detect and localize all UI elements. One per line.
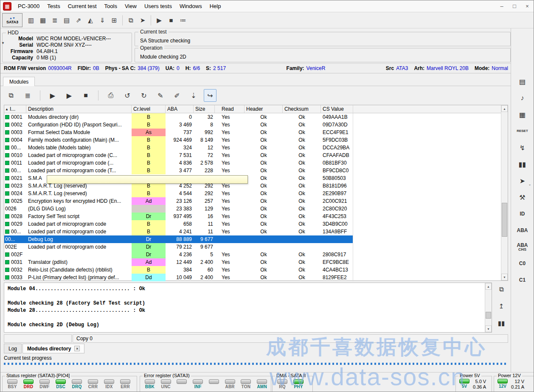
c0-button[interactable]: C0 bbox=[514, 257, 531, 270]
export-icon[interactable]: ⇗ bbox=[73, 14, 84, 26]
stop-test-icon[interactable]: ■ bbox=[79, 89, 92, 102]
grid-icon[interactable]: ⊞ bbox=[108, 14, 120, 26]
stop-icon[interactable]: ■ bbox=[165, 14, 177, 26]
table-row[interactable]: 0026(DLG DIAG Log)23 383129YesOkOk2C80C9… bbox=[4, 205, 353, 213]
menu-current-test[interactable]: Current test bbox=[64, 1, 101, 11]
close-tab-icon[interactable]: × bbox=[74, 346, 80, 351]
table-scrollbar[interactable]: ▲ ▼ bbox=[501, 105, 508, 280]
minimize-button[interactable]: – bbox=[495, 2, 508, 11]
menu-view[interactable]: View bbox=[121, 1, 141, 11]
table-row[interactable]: 0010Loaded part of microprogram code (C.… bbox=[4, 151, 353, 159]
prism-icon[interactable]: ◭ bbox=[84, 14, 96, 26]
chart-icon[interactable]: ▤ bbox=[61, 14, 73, 26]
table-row[interactable]: 0003Format Select Data ModuleAs737992Yes… bbox=[4, 129, 353, 136]
load-chain-icon[interactable]: ⇣ bbox=[187, 89, 200, 102]
scrollbar-thumb[interactable] bbox=[502, 203, 507, 237]
start-selected-icon[interactable]: ▶ bbox=[63, 89, 76, 102]
menu-users-tests[interactable]: Users tests bbox=[141, 1, 176, 11]
microchip-icon[interactable]: ▦ bbox=[37, 14, 49, 26]
play-icon[interactable]: ▶ bbox=[153, 14, 165, 26]
copy-icon[interactable]: ⧉ bbox=[125, 14, 137, 26]
table-row[interactable]: 0011Loaded part of microprogram code (..… bbox=[4, 159, 353, 167]
reset-button[interactable]: RESET bbox=[514, 125, 531, 137]
table-row[interactable]: 0024S.M.A.R.T. Log (reserved)B4 544292Ye… bbox=[4, 190, 353, 197]
table-row[interactable]: 0025Encryption keys for encrypted HDD (E… bbox=[4, 197, 353, 205]
report-icon[interactable]: ≣ bbox=[21, 89, 34, 102]
table-row[interactable]: 0002Configuration (HDD ID) (Pasport Sequ… bbox=[4, 121, 353, 129]
scroll-up-icon[interactable]: ▲ bbox=[501, 105, 508, 112]
edit-module-icon[interactable]: ✎ bbox=[154, 89, 167, 102]
exit-icon[interactable]: ↪ bbox=[204, 89, 216, 102]
table-row[interactable]: 002FDr4 2365YesOkOk2808C917 bbox=[4, 251, 353, 258]
table-row[interactable]: 0032Relo-List (Candidate defects) (rbbli… bbox=[4, 266, 353, 274]
table-row[interactable]: 002ELoaded part of microprogram codeDr79… bbox=[4, 243, 353, 251]
status-segment-fldir: FlDir:0B bbox=[78, 65, 99, 71]
power-panel-icon[interactable]: ▤ bbox=[514, 75, 531, 88]
table-row[interactable]: 00...Loaded part of microprogram code (T… bbox=[4, 167, 353, 174]
table-row[interactable]: 00...Debug LogDr88 8899 677 bbox=[4, 235, 353, 243]
scroll-down-icon[interactable]: ▼ bbox=[501, 274, 508, 280]
power-12v-values: 12 V 0.21 A bbox=[511, 379, 524, 390]
menu-tests[interactable]: Tests bbox=[43, 1, 64, 11]
log-scrollbar-thumb[interactable] bbox=[486, 312, 491, 319]
log-scroll-down-icon[interactable]: ▼ bbox=[485, 325, 492, 332]
hdd-collapse-icon[interactable]: ▼ bbox=[1, 41, 5, 45]
save-log-icon[interactable]: ↥ bbox=[496, 301, 507, 312]
table-row[interactable]: 0031Translator (pdlist)Ad12 4492 400YesO… bbox=[4, 258, 353, 266]
table-row[interactable]: 00...Loaded part of microprogram codeB4 … bbox=[4, 228, 353, 235]
run-icon[interactable]: ➤ bbox=[137, 14, 149, 26]
menu-tools[interactable]: Tools bbox=[101, 1, 121, 11]
column-header-i[interactable]: ▲I... bbox=[4, 105, 26, 113]
column-header-cs-value[interactable]: CS Value bbox=[321, 105, 353, 113]
c1-button[interactable]: C1 bbox=[514, 274, 531, 286]
copy-log-icon[interactable]: ⧉ bbox=[496, 284, 507, 295]
column-header-size[interactable]: Size bbox=[194, 105, 215, 113]
power-switch-icon[interactable]: ↯ bbox=[514, 141, 531, 154]
sound-icon[interactable]: ♪ bbox=[514, 92, 531, 104]
download-icon[interactable]: ⇓ bbox=[96, 14, 108, 26]
export-module-icon[interactable]: ⧉ bbox=[5, 89, 17, 102]
module-ok-icon bbox=[5, 161, 9, 165]
write-module-icon[interactable]: ↻ bbox=[138, 89, 150, 102]
tools-icon[interactable]: ⚒ bbox=[514, 191, 531, 204]
menu-windows[interactable]: Windows bbox=[176, 1, 206, 11]
column-header-description[interactable]: Description bbox=[26, 105, 132, 113]
start-icon[interactable]: ➤⌄ bbox=[514, 174, 531, 187]
close-button[interactable]: × bbox=[521, 2, 534, 11]
table-row[interactable]: 00...Models table (Models table)B32412Ye… bbox=[4, 144, 353, 151]
log-scroll-up-icon[interactable]: ▲ bbox=[485, 283, 492, 290]
id-button[interactable]: ID bbox=[514, 207, 531, 220]
table-row[interactable]: 0004Family models configuration (Main) (… bbox=[4, 136, 353, 144]
task-list-icon[interactable]: ≔ bbox=[177, 14, 189, 26]
column-header-cr-level[interactable]: Cr.level bbox=[132, 105, 166, 113]
table-row[interactable]: 0001Modules directory (dir)B032YesOkOk04… bbox=[4, 113, 353, 121]
read-module-icon[interactable]: ↺ bbox=[121, 89, 134, 102]
log-scrollbar[interactable]: ▲ ▼ bbox=[485, 283, 492, 332]
adapter-icon[interactable]: ▦ bbox=[514, 108, 531, 121]
pause-icon[interactable]: ▮▮ bbox=[514, 158, 531, 171]
column-header-header[interactable]: Header bbox=[245, 105, 283, 113]
start-test-icon[interactable]: ▶ bbox=[46, 89, 59, 102]
menu-help[interactable]: Help bbox=[206, 1, 225, 11]
column-header-read[interactable]: Read bbox=[215, 105, 245, 113]
column-header-aba[interactable]: ABA bbox=[166, 105, 194, 113]
table-row[interactable]: 0028Factory Self Test scriptDr937 49516Y… bbox=[4, 213, 353, 220]
print-icon[interactable]: ⎙ bbox=[104, 89, 117, 102]
register-bit-amn: AMN bbox=[256, 379, 268, 389]
column-header-checksum[interactable]: Checksum bbox=[283, 105, 321, 113]
aba-button[interactable]: ABA bbox=[514, 224, 531, 237]
menu-pc-3000[interactable]: PC-3000 bbox=[14, 1, 43, 11]
tab-modules-directory[interactable]: Modules directory× bbox=[22, 344, 84, 353]
led-indicator bbox=[72, 379, 82, 384]
aba-chs-button[interactable]: ABACHS bbox=[514, 241, 531, 253]
pause-log-icon[interactable]: ▮▮ bbox=[496, 318, 507, 329]
save-module-icon[interactable]: ✐ bbox=[171, 89, 183, 102]
table-row[interactable]: 0029Loaded part of microprogram codeB658… bbox=[4, 220, 353, 228]
tab-log[interactable]: Log bbox=[4, 344, 22, 353]
tab-modules[interactable]: Modules bbox=[3, 77, 35, 86]
restore-button[interactable]: □ bbox=[508, 2, 521, 11]
database-icon[interactable]: ≣ bbox=[49, 14, 61, 26]
sata3-port-button[interactable]: ▲▼ SATA3 bbox=[2, 13, 22, 27]
table-row[interactable]: 0033P-List (Primary defect list) (primar… bbox=[4, 274, 353, 281]
oscilloscope-icon[interactable]: ▥ bbox=[25, 14, 37, 26]
